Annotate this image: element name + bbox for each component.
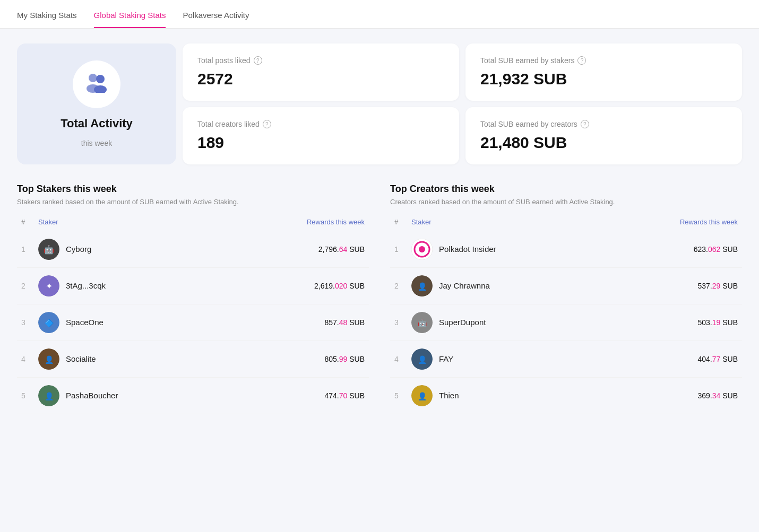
stat-value-sub-stakers: 21,932 SUB — [480, 70, 727, 88]
help-icon-sub-stakers[interactable]: ? — [577, 56, 586, 65]
svg-text:✦: ✦ — [46, 282, 53, 291]
table-row: 1 Polkadot Insider 623.062 SUB — [390, 231, 742, 268]
stat-card-creators-liked: Total creators liked ? 189 — [183, 107, 459, 164]
avatar: 🤖 — [38, 239, 59, 260]
user-name[interactable]: 3tAg...3cqk — [66, 281, 106, 290]
nav-tabs: My Staking Stats Global Staking Stats Po… — [0, 0, 759, 29]
stat-card-sub-stakers: Total SUB earned by stakers ? 21,932 SUB — [465, 43, 742, 101]
stat-value-sub-creators: 21,480 SUB — [480, 134, 727, 152]
user-cell: 🤖 Cyborg — [34, 231, 225, 268]
help-icon-sub-creators[interactable]: ? — [581, 120, 589, 128]
col-rank-creators: # — [390, 218, 407, 231]
table-row: 3 🔷 SpaceOne 857.48 SUB — [17, 304, 369, 341]
total-activity-subtitle: this week — [81, 139, 112, 147]
reward-value: 369.34 SUB — [697, 391, 738, 400]
user-name[interactable]: FAY — [439, 354, 453, 363]
reward-value: 2,796.64 SUB — [318, 245, 365, 254]
stat-label-sub-stakers: Total SUB earned by stakers ? — [480, 56, 727, 65]
reward-cell: 369.34 SUB — [602, 377, 742, 414]
reward-cell: 537.29 SUB — [602, 267, 742, 304]
reward-value: 623.062 SUB — [694, 245, 738, 254]
top-stakers-table: # Staker Rewards this week 1 🤖 Cyborg — [17, 218, 369, 414]
rank-cell: 5 — [17, 377, 34, 414]
rank-cell: 3 — [17, 304, 34, 341]
leaderboards: Top Stakers this week Stakers ranked bas… — [17, 184, 742, 414]
user-cell: 👤 Thien — [407, 377, 602, 414]
svg-point-2 — [96, 75, 105, 83]
table-row: 4 👤 FAY 404.77 SUB — [390, 341, 742, 377]
avatar: ✦ — [38, 275, 59, 296]
top-creators-desc: Creators ranked based on the amount of S… — [390, 197, 742, 207]
rank-cell: 2 — [390, 267, 407, 304]
stat-card-sub-creators: Total SUB earned by creators ? 21,480 SU… — [465, 107, 742, 164]
stat-card-posts-liked: Total posts liked ? 2572 — [183, 43, 459, 101]
reward-cell: 503.19 SUB — [602, 304, 742, 341]
stat-label-sub-creators: Total SUB earned by creators ? — [480, 120, 727, 128]
user-name[interactable]: PashaBoucher — [66, 391, 118, 400]
reward-cell: 474.70 SUB — [225, 377, 369, 414]
total-activity-title: Total Activity — [61, 117, 133, 130]
svg-text:🔷: 🔷 — [45, 319, 54, 328]
help-icon-creators-liked[interactable]: ? — [263, 120, 271, 128]
user-cell: 👤 Socialite — [34, 341, 225, 377]
stats-row: Total Activity this week Total posts lik… — [17, 43, 742, 164]
col-rank-stakers: # — [17, 218, 34, 231]
reward-value: 503.19 SUB — [697, 318, 738, 327]
user-cell: 👤 FAY — [407, 341, 602, 377]
top-creators-section: Top Creators this week Creators ranked b… — [390, 184, 742, 414]
reward-value: 805.99 SUB — [324, 355, 365, 363]
avatar: 👤 — [411, 275, 433, 296]
avatar: 👤 — [38, 385, 59, 406]
svg-text:🤖: 🤖 — [44, 245, 54, 255]
user-name[interactable]: SuperDupont — [439, 318, 486, 327]
top-creators-title: Top Creators this week — [390, 184, 742, 195]
svg-text:🤖: 🤖 — [418, 319, 427, 328]
top-stakers-title: Top Stakers this week — [17, 184, 369, 195]
avatar — [411, 239, 433, 260]
svg-text:👤: 👤 — [45, 392, 54, 401]
tab-my-staking[interactable]: My Staking Stats — [17, 11, 77, 28]
user-name[interactable]: Cyborg — [66, 245, 91, 254]
col-rewards-stakers: Rewards this week — [225, 218, 369, 231]
reward-value: 404.77 SUB — [697, 355, 738, 363]
total-activity-card: Total Activity this week — [17, 43, 176, 164]
people-icon — [84, 72, 109, 98]
tab-polkaverse[interactable]: Polkaverse Activity — [183, 11, 249, 28]
user-name[interactable]: Socialite — [66, 354, 96, 363]
user-name[interactable]: Polkadot Insider — [439, 245, 496, 254]
svg-text:👤: 👤 — [45, 355, 54, 364]
reward-cell: 623.062 SUB — [602, 231, 742, 268]
rank-cell: 4 — [17, 341, 34, 377]
stat-label-posts-liked: Total posts liked ? — [197, 56, 444, 65]
user-cell: 🤖 SuperDupont — [407, 304, 602, 341]
avatar: 👤 — [411, 348, 433, 370]
rank-cell: 4 — [390, 341, 407, 377]
user-name[interactable]: Thien — [439, 391, 459, 400]
rank-cell: 1 — [17, 231, 34, 268]
top-creators-table: # Staker Rewards this week 1 Polkadot In… — [390, 218, 742, 414]
user-cell: 👤 Jay Chrawnna — [407, 267, 602, 304]
help-icon-posts-liked[interactable]: ? — [254, 56, 262, 65]
user-cell: 🔷 SpaceOne — [34, 304, 225, 341]
reward-cell: 805.99 SUB — [225, 341, 369, 377]
activity-icon-circle — [73, 60, 120, 108]
reward-cell: 2,619.020 SUB — [225, 267, 369, 304]
col-rewards-creators: Rewards this week — [602, 218, 742, 231]
table-row: 5 👤 Thien 369.34 SUB — [390, 377, 742, 414]
table-row: 1 🤖 Cyborg 2,796.64 SUB — [17, 231, 369, 268]
user-name[interactable]: Jay Chrawnna — [439, 281, 490, 290]
svg-text:👤: 👤 — [418, 392, 427, 401]
reward-value: 857.48 SUB — [324, 318, 365, 327]
avatar: 🔷 — [38, 312, 59, 333]
user-name[interactable]: SpaceOne — [66, 318, 104, 327]
rank-cell: 2 — [17, 267, 34, 304]
avatar: 👤 — [411, 385, 433, 406]
top-stakers-section: Top Stakers this week Stakers ranked bas… — [17, 184, 369, 414]
reward-cell: 404.77 SUB — [602, 341, 742, 377]
avatar: 🤖 — [411, 312, 433, 333]
svg-text:👤: 👤 — [418, 355, 427, 364]
tab-global-staking[interactable]: Global Staking Stats — [94, 11, 166, 28]
reward-value: 474.70 SUB — [324, 391, 365, 400]
main-content: Total Activity this week Total posts lik… — [0, 29, 759, 429]
col-staker-creators: Staker — [407, 218, 602, 231]
